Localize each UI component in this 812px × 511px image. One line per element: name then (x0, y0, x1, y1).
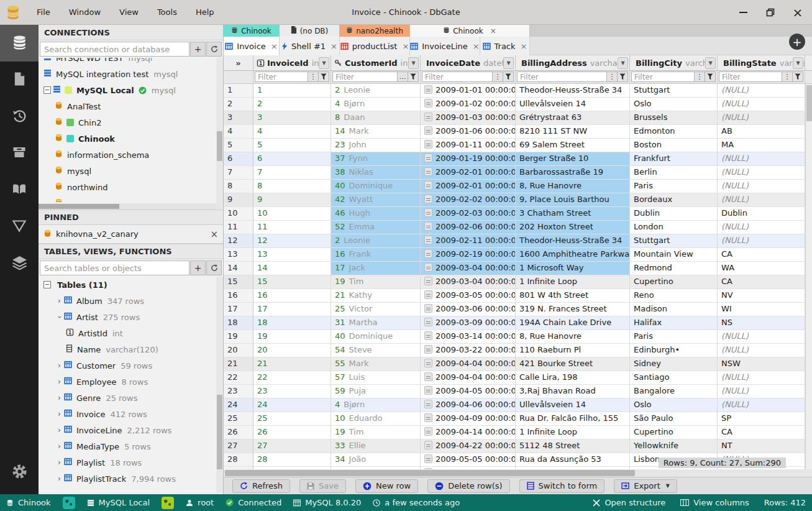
filter-input[interactable] (255, 72, 308, 81)
grid-cell[interactable]: São Paulo (630, 412, 718, 426)
grid-cell[interactable]: NSW (718, 357, 805, 371)
grid-cell[interactable]: 2009-03-04 00:00:00 (421, 275, 516, 289)
new-row-button[interactable]: New row (355, 479, 418, 493)
grid-cell[interactable]: 19Tim (331, 426, 421, 440)
filter-menu-button[interactable]: … (397, 72, 408, 81)
grid-cell[interactable]: Oslo (630, 398, 718, 412)
grid-cell[interactable]: 21 (253, 357, 331, 371)
tab-group-2[interactable]: nano2health (340, 25, 410, 37)
grid-cell[interactable]: 2 (253, 98, 331, 111)
grid-cell[interactable]: 38Niklas (331, 166, 421, 180)
grid-cell[interactable]: NV (718, 289, 805, 303)
theme-badge-green-icon[interactable] (162, 497, 174, 509)
connection-tree-item[interactable] (39, 195, 223, 202)
filter-menu-button[interactable]: ⋮ (782, 72, 792, 81)
grid-cell[interactable]: 8, Rue Hanovre (516, 330, 630, 344)
row-number[interactable]: 18 (224, 316, 253, 330)
table-tree-item[interactable]: ›MediaType5 rows (39, 438, 223, 454)
row-number[interactable]: 8 (224, 180, 253, 193)
refresh-tables-button[interactable] (206, 260, 222, 275)
grid-cell[interactable]: 2009-03-06 00:00:00 (421, 303, 516, 316)
table-tree-item[interactable]: Namevarchar(120) (39, 341, 223, 357)
grid-cell[interactable]: Paris (630, 330, 718, 344)
grid-cell[interactable]: 2009-04-04 00:00:00 (421, 371, 516, 385)
grid-cell[interactable]: 2009-02-06 00:00:00 (421, 221, 516, 234)
row-number[interactable]: 23 (224, 385, 253, 398)
grid-cell[interactable]: 2009-01-11 00:00:00 (421, 139, 516, 152)
grid-cell[interactable]: 2009-03-22 00:00:00 (421, 344, 516, 357)
grid-cell[interactable]: 8210 111 ST NW (516, 125, 630, 139)
grid-corner-expand[interactable]: » (224, 55, 253, 70)
filter-menu-button[interactable]: ⋮ (694, 72, 705, 81)
grid-cell[interactable]: 2009-04-14 00:00:00 (421, 426, 516, 440)
tab-group-1[interactable]: (no DB) (280, 25, 340, 37)
grid-cell[interactable]: 21Kathy (331, 289, 421, 303)
menu-window[interactable]: Window (61, 6, 109, 19)
table-tree-item[interactable]: 1ArtistIdint (39, 325, 223, 341)
grid-cell[interactable]: Boston (630, 139, 718, 152)
collapse-icon[interactable]: − (43, 281, 51, 288)
grid-cell[interactable]: 17Jack (331, 262, 421, 275)
grid-cell[interactable]: 194A Chain Lake Drive (516, 316, 630, 330)
grid-horizontal-scrollbar[interactable] (224, 469, 812, 477)
grid-cell[interactable]: 20 (253, 344, 331, 357)
grid-cell[interactable]: 2Leonie (331, 84, 421, 98)
grid-cell[interactable]: 801 W 4th Street (516, 289, 630, 303)
grid-cell[interactable]: Frankfurt (630, 152, 718, 166)
column-header-billingaddress[interactable]: BillingAddress varchar(70 ▼ (516, 55, 630, 70)
connection-tree-item[interactable]: Chin2 (39, 114, 223, 131)
grid-cell[interactable]: 37Fynn (331, 152, 421, 166)
grid-cell[interactable]: 2009-02-11 00:00:00 (421, 234, 516, 248)
connection-tree-item[interactable]: MYSQL WD TESTmysql (39, 58, 223, 66)
export-button[interactable]: Export ▼ (614, 479, 677, 493)
grid-cell[interactable]: Halifax (630, 316, 718, 330)
grid-cell[interactable]: Redmond (630, 262, 718, 275)
grid-cell[interactable]: 2009-03-14 00:00:00 (421, 330, 516, 344)
grid-cell[interactable]: 19 (253, 330, 331, 344)
filter-input[interactable] (719, 72, 782, 81)
grid-cell[interactable]: Theodor-Heuss-Straße 34 (516, 84, 630, 98)
rail-item-query-designer[interactable] (0, 208, 39, 245)
connection-tree-item[interactable]: mysql (39, 163, 223, 179)
table-tree-item[interactable]: ›Genre25 rows (39, 390, 223, 406)
grid-cell[interactable]: 16Frank (331, 248, 421, 262)
tab-track[interactable]: Track × (480, 37, 530, 55)
grid-cell[interactable]: 7 (253, 166, 331, 180)
grid-cell[interactable]: Cupertino (630, 275, 718, 289)
rail-item-database[interactable] (0, 25, 39, 62)
grid-cell[interactable]: WA (718, 262, 805, 275)
connection-tree-item[interactable]: northwind (39, 179, 223, 195)
row-number[interactable]: 3 (224, 111, 253, 125)
grid-cell[interactable]: Reno (630, 289, 718, 303)
row-number[interactable]: 26 (224, 426, 253, 440)
grid-cell[interactable]: 3,Raj Bhavan Road (516, 385, 630, 398)
grid-cell[interactable]: 55Mark (331, 357, 421, 371)
grid-cell[interactable]: London (630, 221, 718, 234)
row-number[interactable]: 12 (224, 234, 253, 248)
filter-funnel-button[interactable] (792, 72, 803, 81)
grid-cell[interactable]: 14Mark (331, 125, 421, 139)
grid-cell[interactable]: Dublin (718, 207, 805, 221)
grid-cell[interactable]: 4Bjørn (331, 98, 421, 111)
grid-cell[interactable]: 2009-04-04 00:00:00 (421, 357, 516, 371)
grid-cell[interactable]: 24 (253, 398, 331, 412)
grid-cell[interactable]: 25 (253, 412, 331, 426)
table-tree-item[interactable]: ›Invoice412 rows (39, 406, 223, 422)
close-tab-icon[interactable]: × (402, 42, 409, 51)
grid-cell[interactable]: 59Puja (331, 385, 421, 398)
filter-input[interactable] (518, 72, 606, 81)
column-dropdown-button[interactable]: ▼ (503, 57, 514, 69)
grid-cell[interactable]: 1 Infinite Loop (516, 275, 630, 289)
add-connection-button[interactable]: + (190, 42, 206, 57)
grid-cell[interactable]: (NULL) (718, 398, 805, 412)
grid-cell[interactable]: 2009-02-19 00:00:00 (421, 248, 516, 262)
grid-cell[interactable]: 110 Raeburn Pl (516, 344, 630, 357)
grid-cell[interactable]: WI (718, 303, 805, 316)
grid-cell[interactable]: (NULL) (718, 98, 805, 111)
column-dropdown-button[interactable]: ▼ (319, 57, 329, 69)
grid-cell[interactable]: 1 Microsoft Way (516, 262, 630, 275)
filter-funnel-button[interactable] (705, 72, 715, 81)
grid-cell[interactable]: (NULL) (718, 344, 805, 357)
grid-cell[interactable]: 2009-02-02 00:00:00 (421, 193, 516, 207)
grid-cell[interactable]: MA (718, 139, 805, 152)
